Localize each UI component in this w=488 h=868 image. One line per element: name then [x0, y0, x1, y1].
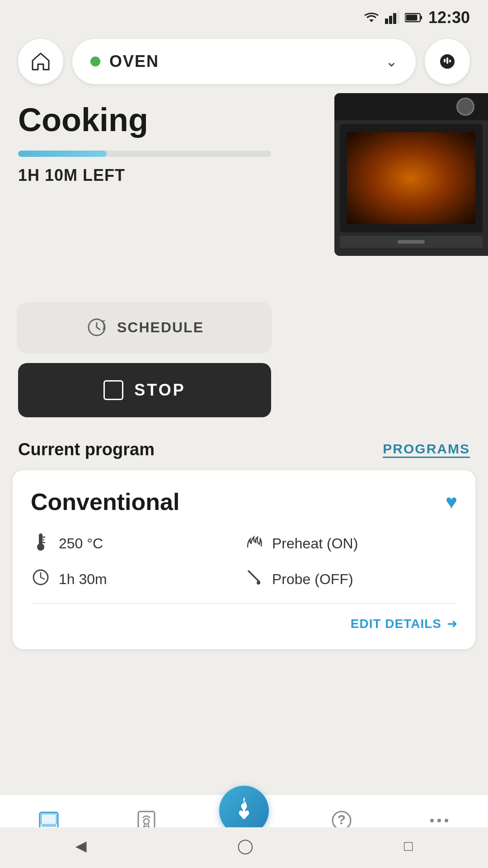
- svg-line-21: [249, 571, 259, 582]
- device-name: OVEN: [109, 52, 159, 71]
- heart-icon[interactable]: ♥: [446, 491, 457, 513]
- stop-button[interactable]: STOP: [18, 363, 271, 417]
- svg-rect-9: [444, 59, 446, 62]
- status-bar: 12:30: [0, 0, 488, 32]
- program-header: Current program PROGRAMS: [18, 440, 470, 459]
- svg-point-28: [144, 819, 149, 824]
- probe-item: Probe (OFF): [244, 568, 457, 590]
- svg-rect-6: [420, 16, 422, 19]
- probe-value: Probe (OFF): [272, 571, 353, 588]
- progress-bar-container: [18, 151, 271, 157]
- svg-line-20: [41, 577, 44, 579]
- progress-bar-fill: [18, 151, 107, 157]
- oven-knob: [456, 98, 474, 116]
- program-card: Conventional ♥ 250 °C: [13, 470, 475, 649]
- svg-marker-0: [369, 19, 374, 22]
- svg-rect-3: [393, 13, 396, 24]
- preheat-item: Preheat (ON): [244, 532, 457, 556]
- schedule-button[interactable]: SCHEDULE: [18, 302, 271, 352]
- chevron-down-icon: ⌄: [385, 53, 398, 70]
- back-button[interactable]: ◀: [57, 833, 105, 859]
- svg-rect-10: [446, 57, 448, 64]
- home-sys-button[interactable]: ◯: [219, 833, 272, 859]
- top-nav: OVEN ⌄: [0, 32, 488, 93]
- system-nav-bar: ◀ ◯ □: [0, 827, 488, 868]
- device-selector[interactable]: OVEN ⌄: [72, 39, 416, 84]
- edit-details[interactable]: EDIT DETAILS ➜: [31, 616, 457, 631]
- oven-image: [334, 93, 488, 256]
- probe-icon: [244, 568, 264, 590]
- signal-icon: [385, 11, 399, 24]
- program-title: Conventional: [31, 488, 179, 515]
- svg-point-31: [430, 819, 434, 822]
- svg-rect-11: [449, 60, 451, 62]
- schedule-icon: [85, 316, 108, 339]
- svg-rect-2: [389, 16, 392, 24]
- preheat-value: Preheat (ON): [272, 535, 358, 552]
- duration-item: 1h 30m: [31, 568, 244, 590]
- voice-icon: [436, 50, 459, 73]
- clock-icon: [31, 568, 51, 590]
- svg-rect-4: [397, 11, 399, 24]
- temperature-item: 250 °C: [31, 532, 244, 556]
- programs-link[interactable]: PROGRAMS: [383, 441, 470, 458]
- thermometer-icon: [31, 532, 51, 556]
- program-details: 250 °C Preheat (ON) 1h 30m: [31, 532, 457, 590]
- svg-rect-1: [385, 19, 388, 24]
- status-time: 12:30: [428, 8, 470, 27]
- battery-icon: [405, 12, 423, 23]
- edit-details-label: EDIT DETAILS: [351, 617, 441, 631]
- wifi-icon: [363, 11, 380, 24]
- flame-icon: [232, 796, 256, 826]
- main-content: Cooking 1H 10M LEFT SCHEDULE STOP: [0, 93, 488, 417]
- svg-point-33: [445, 819, 448, 822]
- svg-rect-25: [42, 814, 56, 824]
- home-icon: [29, 50, 52, 73]
- preheat-icon: [244, 533, 264, 554]
- home-button[interactable]: [18, 39, 63, 84]
- duration-value: 1h 30m: [59, 571, 107, 588]
- schedule-btn-label: SCHEDULE: [117, 319, 204, 336]
- card-divider: [31, 603, 457, 604]
- current-program-label: Current program: [18, 440, 155, 459]
- svg-text:?: ?: [338, 812, 346, 827]
- svg-rect-7: [406, 15, 417, 21]
- buttons-section: SCHEDULE STOP: [18, 302, 271, 417]
- temperature-value: 250 °C: [59, 535, 103, 552]
- svg-point-32: [437, 819, 441, 822]
- recents-button[interactable]: □: [386, 833, 431, 859]
- oven-door: [340, 124, 483, 232]
- oven-interior: [347, 132, 475, 224]
- edit-arrow-icon: ➜: [447, 616, 457, 631]
- device-status-dot: [90, 57, 100, 66]
- svg-point-22: [257, 581, 260, 585]
- voice-button[interactable]: [425, 39, 470, 84]
- stop-icon: [103, 380, 123, 400]
- status-icons: 12:30: [363, 8, 470, 27]
- stop-btn-label: STOP: [134, 381, 185, 400]
- svg-point-14: [37, 543, 44, 551]
